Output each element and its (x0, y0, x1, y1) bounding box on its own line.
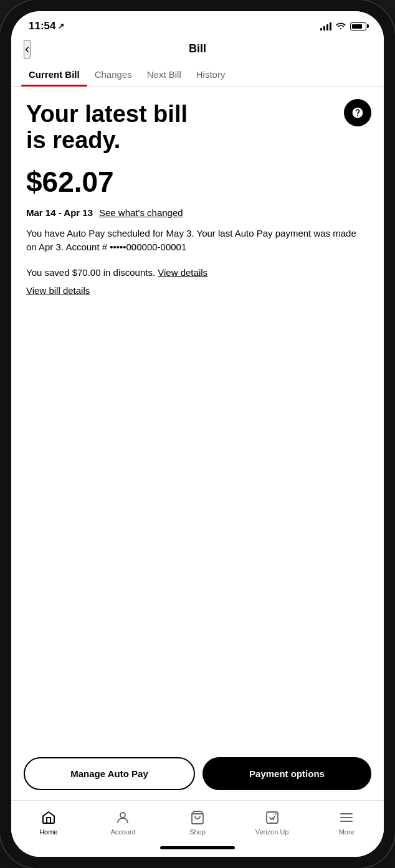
bottom-buttons: Manage Auto Pay Payment options (11, 747, 384, 800)
phone-screen: 11:54 ↗ ‹ Bill (11, 11, 384, 857)
nav-label-home: Home (39, 828, 57, 836)
more-icon (338, 809, 355, 826)
nav-label-more: More (339, 828, 355, 836)
tab-changes[interactable]: Changes (87, 63, 140, 86)
nav-label-shop: Shop (189, 828, 206, 836)
bottom-nav: Home Account (11, 800, 384, 842)
nav-item-account[interactable]: Account (86, 806, 161, 842)
home-icon (40, 809, 57, 826)
bill-headline: Your latest bill is ready. (26, 101, 201, 154)
status-bar: 11:54 ↗ (11, 11, 384, 37)
tab-history[interactable]: History (189, 63, 233, 86)
location-arrow-icon: ↗ (58, 22, 64, 31)
home-indicator (11, 842, 384, 857)
page-title: Bill (189, 42, 206, 55)
tabs-bar: Current Bill Changes Next Bill History (11, 63, 384, 87)
phone-shell: 11:54 ↗ ‹ Bill (0, 0, 395, 868)
help-button[interactable] (344, 99, 371, 126)
nav-label-account: Account (111, 828, 136, 836)
payment-options-button[interactable]: Payment options (202, 757, 371, 790)
verizonup-icon: up (264, 809, 280, 826)
app-header: ‹ Bill (11, 37, 384, 63)
tab-current-bill[interactable]: Current Bill (21, 63, 87, 86)
view-bill-details-link[interactable]: View bill details (26, 285, 90, 296)
home-bar (160, 846, 235, 849)
signal-icon (320, 22, 331, 31)
see-whats-changed-link[interactable]: See what's changed (99, 207, 183, 218)
nav-item-home[interactable]: Home (11, 806, 86, 842)
main-content: Your latest bill is ready. $62.07 Mar 14… (11, 87, 384, 747)
status-icons (320, 21, 366, 32)
status-time: 11:54 ↗ (29, 20, 64, 32)
auto-pay-info: You have Auto Pay scheduled for May 3. Y… (26, 227, 369, 255)
battery-icon (350, 22, 366, 31)
svg-text:up: up (274, 812, 277, 816)
bill-period: Mar 14 - Apr 13 See what's changed (26, 207, 369, 218)
nav-item-verizonup[interactable]: up Verizon Up (235, 806, 310, 842)
back-button[interactable]: ‹ (24, 40, 31, 59)
nav-item-more[interactable]: More (309, 806, 384, 842)
shop-icon (189, 809, 206, 826)
manage-auto-pay-button[interactable]: Manage Auto Pay (24, 757, 195, 790)
savings-text: You saved $70.00 in discounts. View deta… (26, 267, 369, 278)
nav-item-shop[interactable]: Shop (160, 806, 235, 842)
wifi-icon (335, 21, 346, 32)
account-icon (115, 809, 131, 826)
nav-label-verizonup: Verizon Up (255, 828, 289, 836)
view-details-link[interactable]: View details (158, 267, 207, 278)
bill-amount: $62.07 (26, 165, 369, 199)
svg-point-0 (120, 813, 125, 818)
tab-next-bill[interactable]: Next Bill (140, 63, 189, 86)
